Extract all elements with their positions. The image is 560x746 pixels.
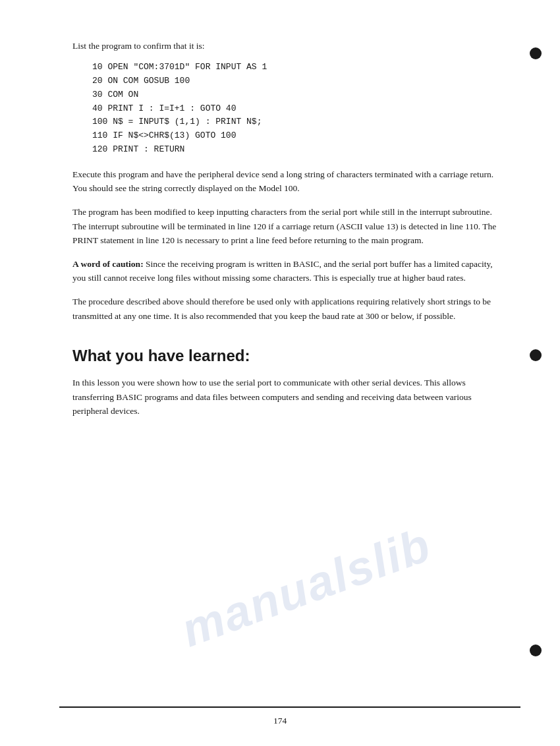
page-number: 174: [273, 716, 287, 726]
page: List the program to confirm that it is: …: [0, 0, 560, 746]
bullet-dot-2: [530, 349, 542, 361]
bullet-dot-3: [530, 645, 542, 656]
code-line-2: 20 ON COM GOSUB 100: [92, 74, 501, 88]
bottom-rule: [59, 706, 520, 708]
code-line-7: 120 PRINT : RETURN: [92, 143, 501, 157]
code-block: 10 OPEN "COM:3701D" FOR INPUT AS 1 20 ON…: [92, 61, 501, 157]
paragraph3-bold: A word of caution:: [72, 259, 144, 269]
code-line-1: 10 OPEN "COM:3701D" FOR INPUT AS 1: [92, 61, 501, 74]
section-heading: What you have learned:: [72, 347, 501, 365]
code-line-6: 110 IF N$<>CHR$(13) GOTO 100: [92, 129, 501, 143]
code-line-3: 30 COM ON: [92, 88, 501, 102]
code-line-4: 40 PRINT I : I=I+1 : GOTO 40: [92, 102, 501, 116]
intro-label: List the program to confirm that it is:: [72, 40, 501, 53]
paragraph4: The procedure described above should the…: [72, 295, 501, 323]
paragraph1: Execute this program and have the periph…: [72, 167, 501, 196]
code-line-5: 100 N$ = INPUT$ (1,1) : PRINT N$;: [92, 115, 501, 129]
paragraph3: A word of caution: Since the receiving p…: [72, 257, 501, 285]
bullet-dot-1: [530, 47, 542, 59]
section-paragraph: In this lesson you were shown how to use…: [72, 376, 501, 418]
watermark: manualslib: [174, 517, 437, 658]
paragraph2: The program has been modified to keep in…: [72, 205, 501, 248]
